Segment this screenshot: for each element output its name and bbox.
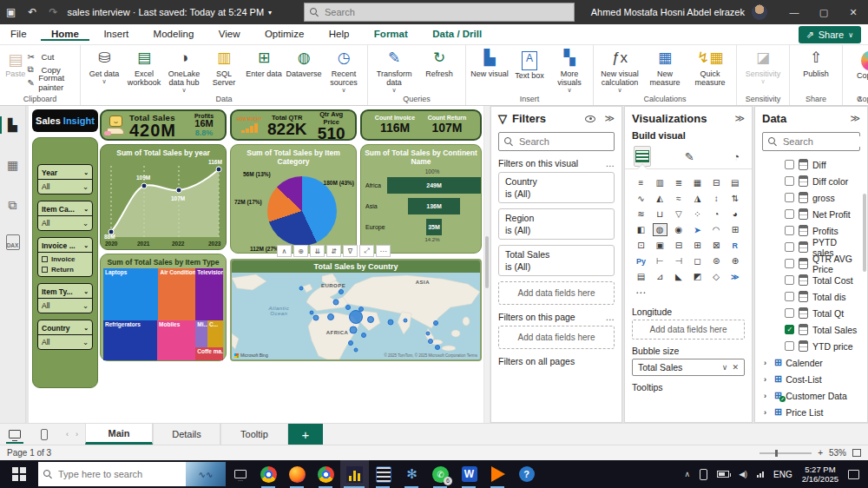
visual-type-icon[interactable]: ⊔ [653,208,667,221]
field-checkbox[interactable] [785,341,794,351]
visual-type-icon[interactable]: ▦ [690,176,705,189]
battery-icon[interactable] [717,471,729,478]
slicer-year[interactable]: Year⌄ All⌄ [37,164,93,195]
slicer-option-return[interactable]: Return [42,264,89,274]
data-field-row[interactable]: Diff [762,156,860,173]
visual-toolbar-button[interactable]: ⇊ [310,245,325,257]
visual-type-icon[interactable]: ◉ [671,223,686,236]
zoom-in-button[interactable]: + [818,448,823,458]
visual-type-icon[interactable]: ⊟ [709,176,724,189]
map-bubble[interactable] [339,289,344,294]
visual-type-icon[interactable]: ⊡ [634,239,648,252]
visual-toolbar-button[interactable]: ⇵ [326,245,341,257]
visual-type-icon[interactable]: ≈ [671,192,686,205]
firefox-icon[interactable] [283,460,312,488]
visual-type-icon[interactable]: ⊿ [653,270,667,283]
collapse-pane-icon[interactable]: ≫ [734,113,745,124]
chevron-down-icon[interactable]: ⌄ [83,325,89,332]
global-search-input[interactable] [325,7,542,17]
chrome-icon[interactable] [254,460,283,488]
collapse-pane-icon[interactable]: ≫ [604,113,615,124]
ribbon-button[interactable]: ▚ More visuals∨ [549,47,589,94]
ribbon-button[interactable]: ▦ New measure [642,47,687,87]
format-painter-button[interactable]: ✎Format painter [28,76,77,89]
field-checkbox[interactable] [785,209,794,219]
map-bubble[interactable] [327,313,334,320]
treemap-tile[interactable]: Laptops [103,268,158,320]
visual-type-icon[interactable]: ▤ [634,270,648,283]
menu-item[interactable]: File [0,29,37,39]
chevron-down-icon[interactable]: ⌄ [83,169,89,176]
visual-type-icon[interactable]: ≣ [671,176,686,189]
publish-button[interactable]: ⇧ Publish [793,47,838,78]
visual-type-icon[interactable]: ≫ [727,270,742,283]
browser-icon[interactable] [312,460,340,488]
funnel-row[interactable]: Asia 136M [361,195,481,216]
bubble-size-field-chip[interactable]: Total Sales ∨ ✕ [632,359,745,376]
slicer-invoice[interactable]: Invoice ...⌄ Invoice Return [37,237,93,277]
chevron-down-icon[interactable]: ∨ [722,363,728,372]
visual-type-icon[interactable]: ⁘ [690,208,705,221]
avast-icon[interactable] [483,460,512,488]
visual-type-icon[interactable]: ≡ [634,176,648,189]
ribbon-button[interactable]: ◍ Dataverse [284,47,324,78]
next-page-icon[interactable]: › [76,430,78,439]
visual-type-icon[interactable]: ➤ [690,223,705,236]
clock[interactable]: 5:27 PM2/16/2025 [802,465,838,484]
view-rail-icon[interactable]: ▙ [2,115,24,135]
language-indicator[interactable]: ENG [773,470,792,479]
field-checkbox[interactable] [785,259,794,268]
report-page[interactable]: SalesInsight Year⌄ All⌄ Item Ca...⌄ All⌄… [29,106,483,423]
power-bi-icon[interactable] [340,460,369,488]
data-pane-scrollbar[interactable] [863,194,866,272]
data-table-row[interactable]: › ⊞ Sales [762,420,860,423]
visual-type-icon[interactable]: ▤ [727,176,742,189]
visual-type-icon[interactable]: ⊟ [671,239,686,252]
visual-toolbar-button[interactable]: ⊕ [293,245,308,257]
whatsapp-icon[interactable]: ✆6 [426,460,455,488]
visual-type-icon[interactable]: ◩ [690,270,705,283]
prev-page-icon[interactable]: ‹ [66,430,69,439]
ribbon-button[interactable]: ◷ Recent sources∨ [324,47,364,94]
visual-type-icon[interactable]: ⊕ [727,254,742,267]
notepad-icon[interactable] [369,460,398,488]
phone-link-icon[interactable] [700,469,707,480]
data-field-row[interactable]: Total Qt [762,305,860,321]
visual-type-icon[interactable]: ◕ [727,208,742,221]
longitude-well-drop[interactable]: Add data fields here [632,320,745,340]
funnel-row[interactable]: Africa 249M [361,175,481,195]
more-options-icon[interactable]: … [606,158,615,168]
visual-type-icon[interactable]: ⊞ [690,239,705,252]
tab-format-visual[interactable]: ✎ [681,146,698,167]
checkbox[interactable] [42,256,48,262]
visual-type-icon[interactable]: ▽ [671,208,686,221]
minimize-button[interactable]: — [779,0,809,24]
map-bubble[interactable] [425,332,430,336]
user-name[interactable]: Ahmed Mostafa Hosni Abdel elrazek [591,7,745,17]
card-total-sales[interactable]: ᴗ Total Sales 420M Profits 16M 8.8% [100,109,227,141]
visual-type-icon[interactable]: ⊜ [709,254,724,267]
ribbon-collapse-icon[interactable]: ∧ [857,95,863,103]
view-rail-icon[interactable]: DAX [6,234,20,250]
maximize-button[interactable]: ▢ [809,0,838,24]
report-page-tab[interactable]: Main [85,424,153,445]
map-bubble[interactable] [333,300,339,306]
menu-item[interactable]: Home [41,29,89,41]
menu-item[interactable]: Insert [93,29,139,39]
global-search-box[interactable] [304,3,575,22]
field-checkbox[interactable] [785,193,794,202]
data-field-row[interactable]: gross [762,189,860,206]
remove-field-icon[interactable]: ✕ [732,363,739,372]
volume-icon[interactable]: ◀) [739,470,747,478]
expand-chevron-icon[interactable]: › [764,375,771,384]
ribbon-button[interactable]: ▙ New visual [470,47,510,78]
data-table-row[interactable]: › ⊞ Cost-List [762,371,860,387]
map-bubble[interactable] [433,320,438,326]
visual-type-icon[interactable]: ⊢ [653,254,667,267]
treemap-tile[interactable]: Refrigerators [103,320,157,360]
visual-type-icon[interactable]: ⊣ [671,254,686,267]
map-bubble[interactable] [435,345,440,350]
close-button[interactable]: ✕ [838,0,868,24]
visual-type-icon[interactable]: Py [634,254,648,267]
expand-chevron-icon[interactable]: › [764,408,771,417]
